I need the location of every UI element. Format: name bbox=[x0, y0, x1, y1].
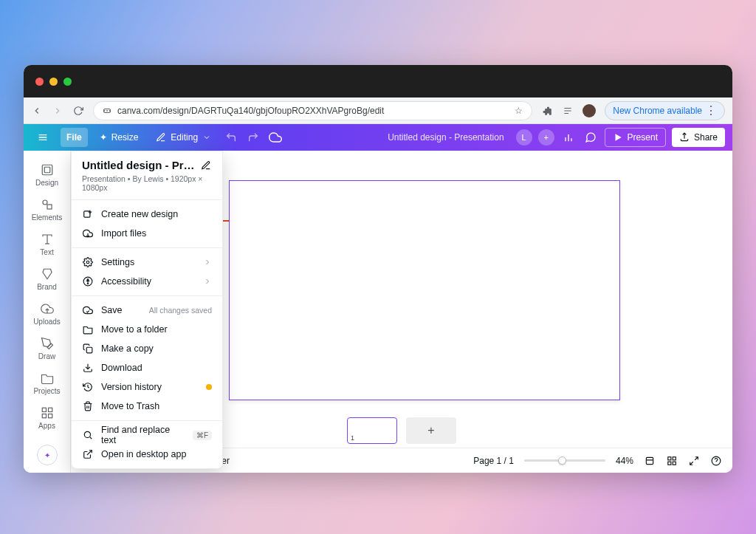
scroll-view-button[interactable] bbox=[644, 455, 656, 467]
rail-draw[interactable]: Draw bbox=[24, 332, 71, 365]
document-title[interactable]: Untitled design - Presentation bbox=[388, 132, 504, 143]
rail-uploads[interactable]: Uploads bbox=[24, 297, 71, 330]
profile-avatar[interactable] bbox=[583, 104, 596, 117]
menu-open-desktop[interactable]: Open in desktop app bbox=[72, 445, 222, 464]
maximize-window-button[interactable] bbox=[63, 78, 72, 86]
extensions-icon[interactable] bbox=[541, 105, 553, 117]
forward-button[interactable] bbox=[52, 105, 63, 117]
rail-text[interactable]: Text bbox=[24, 227, 71, 261]
menu-download[interactable]: Download bbox=[72, 358, 222, 377]
menu-move-trash[interactable]: Move to Trash bbox=[72, 397, 222, 416]
page-thumbnail[interactable]: 1 bbox=[347, 417, 397, 444]
folder-icon bbox=[40, 371, 55, 386]
undo-button[interactable] bbox=[223, 129, 239, 146]
file-menu-button[interactable]: File bbox=[61, 128, 88, 147]
chrome-update-pill[interactable]: New Chrome available ⋮ bbox=[605, 101, 725, 120]
reload-button[interactable] bbox=[72, 105, 84, 117]
file-dropdown-menu: Untitled design - Presentati… Presentati… bbox=[71, 151, 223, 469]
page-number: 1 bbox=[351, 434, 354, 442]
menu-label: Create new design bbox=[101, 209, 178, 219]
add-page-button[interactable]: + bbox=[406, 417, 456, 444]
share-button[interactable]: Share bbox=[672, 128, 725, 147]
present-button[interactable]: Present bbox=[605, 128, 666, 147]
external-link-icon bbox=[82, 448, 94, 460]
zoom-slider-thumb[interactable] bbox=[558, 456, 566, 465]
back-button[interactable] bbox=[31, 105, 43, 117]
menu-accessibility[interactable]: Accessibility bbox=[72, 272, 222, 291]
svg-point-33 bbox=[84, 431, 90, 437]
site-info-icon bbox=[103, 106, 111, 115]
brand-icon bbox=[40, 267, 55, 281]
magic-button[interactable]: ✦ bbox=[37, 445, 58, 465]
file-menu-title[interactable]: Untitled design - Presentati… bbox=[82, 159, 196, 171]
menu-settings[interactable]: Settings bbox=[72, 253, 222, 272]
close-window-button[interactable] bbox=[35, 78, 44, 86]
zoom-slider[interactable] bbox=[524, 459, 605, 462]
reader-icon[interactable] bbox=[562, 105, 574, 117]
templates-icon bbox=[40, 162, 55, 177]
slide-canvas[interactable] bbox=[229, 180, 620, 400]
window-titlebar bbox=[24, 65, 732, 97]
minimize-window-button[interactable] bbox=[49, 78, 58, 86]
analytics-icon[interactable] bbox=[560, 129, 577, 146]
rail-apps[interactable]: Apps bbox=[24, 401, 71, 434]
menu-label: Move to Trash bbox=[101, 401, 159, 411]
help-button[interactable] bbox=[710, 455, 722, 467]
file-menu-header: Untitled design - Presentati… Presentati… bbox=[72, 151, 222, 199]
zoom-value[interactable]: 44% bbox=[616, 456, 633, 466]
page-indicator[interactable]: Page 1 / 1 bbox=[473, 456, 514, 466]
rename-pencil-icon[interactable] bbox=[200, 160, 212, 171]
cloud-sync-icon[interactable] bbox=[267, 129, 284, 146]
present-label: Present bbox=[628, 132, 658, 143]
chrome-menu-icon[interactable]: ⋮ bbox=[705, 103, 717, 117]
fullscreen-button[interactable] bbox=[688, 455, 700, 467]
menu-label: Find and replace text bbox=[101, 425, 178, 445]
rail-label: Elements bbox=[32, 213, 63, 222]
svg-rect-16 bbox=[44, 167, 50, 173]
cloud-check-icon bbox=[82, 304, 94, 316]
menu-label: Download bbox=[101, 363, 142, 373]
rail-brand[interactable]: Brand bbox=[24, 262, 71, 295]
menu-label: Version history bbox=[101, 382, 162, 392]
rail-elements[interactable]: Elements bbox=[24, 193, 71, 226]
rail-label: Design bbox=[35, 179, 58, 187]
window-controls bbox=[35, 78, 72, 86]
rail-label: Uploads bbox=[33, 318, 61, 326]
url-text: canva.com/design/DAGRTuQa140/gbjOfoupRO2… bbox=[117, 106, 384, 116]
menu-version-history[interactable]: Version history bbox=[72, 377, 222, 397]
svg-rect-22 bbox=[48, 408, 52, 411]
svg-point-2 bbox=[109, 110, 110, 111]
browser-address-bar: canva.com/design/DAGRTuQa140/gbjOfoupRO2… bbox=[24, 97, 732, 124]
play-icon bbox=[613, 132, 623, 143]
menu-move-folder[interactable]: Move to a folder bbox=[72, 320, 222, 339]
sparkle-icon: ✦ bbox=[44, 451, 50, 459]
menu-label: Make a copy bbox=[101, 343, 154, 354]
svg-rect-23 bbox=[48, 414, 52, 418]
menu-label: Accessibility bbox=[101, 276, 151, 287]
accessibility-icon bbox=[82, 275, 94, 287]
editing-mode-button[interactable]: Editing bbox=[150, 128, 217, 147]
menu-save[interactable]: SaveAll changes saved bbox=[72, 301, 222, 320]
app-topbar: File ✦Resize Editing Untitled design - P… bbox=[24, 124, 732, 151]
user-avatar-badge[interactable]: L bbox=[516, 129, 532, 146]
new-design-icon bbox=[82, 208, 94, 220]
menu-import-files[interactable]: Import files bbox=[72, 224, 222, 243]
rail-projects[interactable]: Projects bbox=[24, 366, 71, 400]
svg-rect-31 bbox=[86, 347, 92, 353]
svg-marker-13 bbox=[615, 134, 621, 140]
menu-make-copy[interactable]: Make a copy bbox=[72, 339, 222, 358]
svg-point-0 bbox=[106, 110, 107, 111]
svg-point-17 bbox=[43, 200, 47, 205]
resize-button[interactable]: ✦Resize bbox=[94, 128, 145, 147]
bookmark-star-icon[interactable]: ☆ bbox=[515, 106, 523, 116]
add-collaborator-button[interactable]: + bbox=[538, 129, 554, 146]
grid-view-button[interactable] bbox=[666, 455, 678, 467]
redo-button[interactable] bbox=[245, 129, 261, 146]
rail-design[interactable]: Design bbox=[24, 158, 71, 191]
url-box[interactable]: canva.com/design/DAGRTuQa140/gbjOfoupRO2… bbox=[93, 101, 532, 120]
menu-create-new[interactable]: Create new design bbox=[72, 205, 222, 224]
hamburger-menu-button[interactable] bbox=[31, 128, 55, 147]
comments-icon[interactable] bbox=[583, 129, 599, 146]
svg-rect-24 bbox=[42, 414, 46, 418]
menu-find-replace[interactable]: Find and replace text⌘F bbox=[72, 425, 222, 445]
